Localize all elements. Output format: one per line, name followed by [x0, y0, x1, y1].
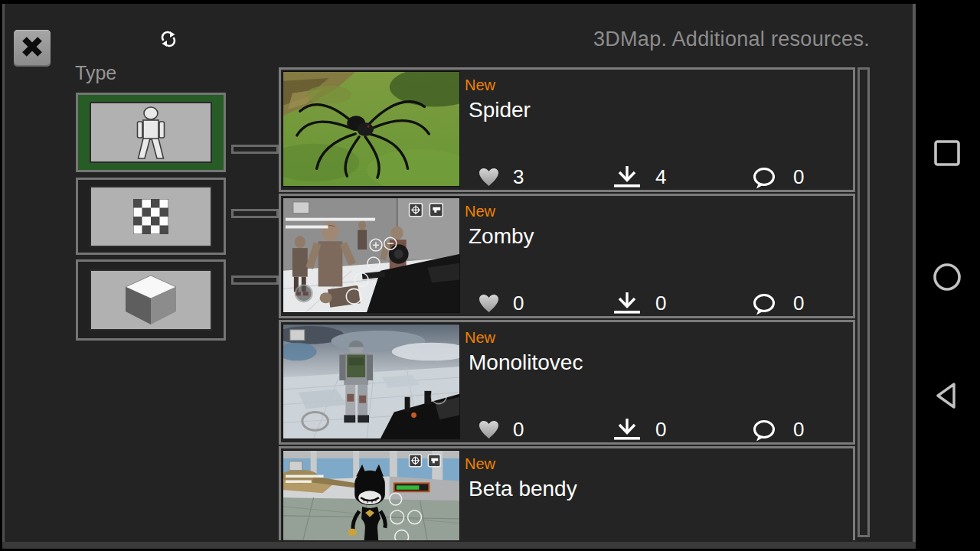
connector-line — [231, 209, 279, 218]
new-badge: New — [465, 329, 495, 347]
circle-icon — [933, 281, 962, 294]
download-icon[interactable] — [613, 165, 641, 189]
cube-icon — [90, 269, 212, 331]
triangle-left-icon — [933, 399, 962, 412]
close-icon — [21, 35, 44, 61]
resource-title: Spider — [469, 98, 531, 122]
downloads-count: 4 — [655, 165, 666, 189]
heart-icon[interactable] — [479, 168, 499, 187]
type-button-texture[interactable] — [76, 178, 226, 255]
zomby-thumbnail — [283, 197, 460, 313]
likes-count: 0 — [513, 292, 524, 315]
refresh-icon — [159, 37, 178, 50]
resource-title: Zomby — [469, 224, 534, 249]
downloads-count: 0 — [655, 292, 666, 315]
monolitovec-scene-illustration — [283, 324, 459, 439]
panel-border-left — [2, 4, 5, 549]
beta-bendy-scene-illustration — [283, 451, 459, 540]
close-button[interactable] — [14, 30, 51, 67]
refresh-button[interactable] — [159, 31, 178, 47]
download-icon[interactable] — [613, 418, 641, 442]
list-scrollbar[interactable] — [858, 67, 870, 537]
android-nav-bar — [916, 0, 980, 551]
comments-count: 0 — [793, 165, 804, 189]
recents-button[interactable] — [933, 139, 962, 168]
resource-card-monolitovec[interactable]: New Monolitovec 0 0 0 — [279, 320, 855, 445]
comment-icon[interactable] — [753, 294, 776, 315]
new-badge: New — [465, 203, 495, 220]
connector-line — [231, 145, 279, 154]
type-button-model[interactable] — [76, 259, 226, 341]
comments-count: 0 — [793, 292, 804, 315]
likes-count: 0 — [513, 418, 524, 442]
checkerboard-icon — [90, 186, 212, 247]
resource-title: Monolitovec — [469, 350, 583, 375]
home-button[interactable] — [933, 262, 962, 292]
heart-icon[interactable] — [479, 294, 499, 314]
page-title: 3DMap. Additional resources. — [472, 28, 870, 51]
resource-title: Beta bendy — [469, 477, 577, 501]
zomby-scene-illustration — [283, 198, 459, 312]
type-filter-label: Type — [75, 62, 116, 84]
comment-icon[interactable] — [753, 420, 776, 442]
square-icon — [933, 157, 962, 170]
panel-border-bottom — [2, 542, 916, 549]
resource-list: New Spider 3 4 0 — [279, 67, 858, 540]
download-icon[interactable] — [613, 292, 641, 315]
spider-thumbnail — [283, 71, 460, 187]
downloads-count: 0 — [655, 418, 666, 442]
monolitovec-thumbnail — [283, 324, 460, 439]
comment-icon[interactable] — [753, 168, 776, 189]
likes-count: 3 — [513, 165, 524, 189]
connector-line — [231, 276, 279, 285]
beta-bendy-thumbnail — [283, 450, 460, 540]
new-badge: New — [465, 455, 495, 473]
person-icon — [90, 102, 212, 163]
resource-card-beta-bendy[interactable]: New Beta bendy — [279, 446, 855, 540]
new-badge: New — [465, 77, 495, 94]
comments-count: 0 — [793, 418, 804, 442]
resource-card-zomby[interactable]: New Zomby 0 0 0 — [279, 194, 855, 318]
spider-scene-illustration — [283, 72, 459, 186]
heart-icon[interactable] — [479, 420, 499, 440]
resource-card-spider[interactable]: New Spider 3 4 0 — [279, 67, 855, 192]
back-button[interactable] — [933, 381, 962, 410]
type-button-character[interactable] — [76, 93, 226, 172]
